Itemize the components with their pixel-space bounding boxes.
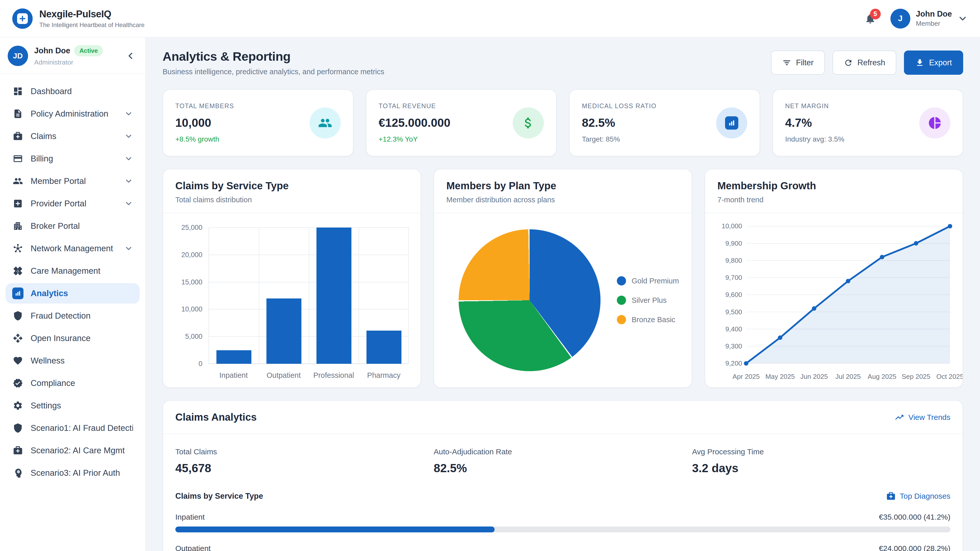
legend-label: Silver Plus	[632, 296, 667, 305]
svg-text:Jul 2025: Jul 2025	[835, 373, 861, 380]
legend-item: Bronze Basic	[617, 315, 679, 324]
sidebar-user-role: Administrator	[34, 59, 117, 66]
refresh-icon	[844, 58, 853, 67]
kpi-note: +12.3% YoY	[379, 135, 450, 143]
brand: Nexgile-PulseIQ The Intelligent Heartbea…	[12, 8, 145, 29]
sidebar-nav: DashboardPolicy AdministrationClaimsBill…	[0, 74, 145, 492]
bar-pharmacy	[366, 330, 401, 364]
svg-text:9,200: 9,200	[725, 359, 742, 367]
kpi-card-medical-loss-ratio: MEDICAL LOSS RATIO82.5%Target: 85%	[569, 89, 760, 156]
gear-icon	[12, 400, 24, 411]
dashboard-icon	[12, 86, 24, 97]
psychology-icon	[12, 468, 24, 478]
kpi-card-total-revenue: TOTAL REVENUE€125.000.000+12.3% YoY	[366, 89, 557, 156]
kpi-value: 10,000	[175, 116, 234, 130]
sidebar-item-label: Dashboard	[30, 86, 133, 96]
pie-chart: Gold PremiumSilver PlusBronze Basic	[434, 213, 692, 387]
credit-card-icon	[12, 154, 24, 164]
sidebar-item-claims[interactable]: Claims	[6, 126, 140, 146]
svg-text:9,400: 9,400	[725, 325, 742, 333]
status-badge: Active	[74, 45, 103, 56]
trending-up-icon	[894, 413, 904, 422]
sidebar-item-member-portal[interactable]: Member Portal	[6, 171, 140, 191]
claims-bar-inpatient: Inpatient€35.000.000 (41.2%)	[175, 513, 950, 532]
sidebar-item-settings[interactable]: Settings	[6, 395, 140, 416]
verified-icon	[12, 378, 24, 388]
main-content: Analytics & Reporting Business intellige…	[146, 38, 980, 551]
y-tick-label: 5,000	[185, 333, 202, 341]
svg-text:Apr 2025: Apr 2025	[732, 373, 760, 380]
svg-text:Sep 2025: Sep 2025	[902, 373, 931, 380]
progress-value: €35.000.000 (41.2%)	[879, 513, 950, 521]
sidebar-item-label: Billing	[30, 154, 117, 164]
kpi-label: TOTAL MEMBERS	[175, 102, 234, 110]
svg-text:Oct 2025: Oct 2025	[936, 373, 963, 380]
kpi-label: TOTAL REVENUE	[379, 102, 450, 110]
stat-value: 45,678	[175, 461, 434, 475]
briefcase-medical-icon	[12, 131, 24, 141]
bar-professional	[317, 227, 352, 364]
progress-label: Outpatient	[175, 544, 210, 551]
plus-square-icon	[12, 198, 24, 209]
kpi-card-net-margin: NET MARGIN4.7%Industry avg: 3.5%	[773, 89, 963, 156]
sidebar-collapse-button[interactable]	[123, 49, 138, 63]
sidebar-item-label: Claims	[30, 131, 117, 141]
chart-tile-icon	[716, 107, 747, 138]
legend-swatch	[617, 315, 626, 324]
sidebar-item-dashboard[interactable]: Dashboard	[6, 81, 140, 102]
pie-legend: Gold PremiumSilver PlusBronze Basic	[617, 276, 679, 324]
bar-chart-card: Claims by Service Type Total claims dist…	[162, 169, 421, 388]
x-tick-label: Pharmacy	[359, 371, 409, 380]
y-tick-label: 0	[199, 360, 202, 368]
sidebar-item-billing[interactable]: Billing	[6, 148, 140, 169]
export-button[interactable]: Export	[904, 51, 963, 75]
x-tick-label: Professional	[309, 371, 359, 380]
bar-inpatient	[216, 350, 251, 364]
page-subtitle: Business intelligence, predictive analyt…	[162, 68, 384, 76]
progress-label: Inpatient	[175, 513, 205, 521]
view-trends-link[interactable]: View Trends	[894, 413, 950, 422]
y-tick-label: 25,000	[181, 224, 202, 232]
kpi-note: Target: 85%	[582, 135, 656, 143]
sidebar-item-analytics[interactable]: Analytics	[6, 283, 140, 303]
sidebar-item-compliance[interactable]: Compliance	[6, 373, 140, 393]
sidebar-item-scenario3-ai-prior-auth[interactable]: Scenario3: AI Prior Auth	[6, 463, 140, 483]
sidebar-item-care-management[interactable]: Care Management	[6, 261, 140, 281]
download-icon	[915, 58, 924, 67]
sidebar-item-label: Wellness	[30, 356, 133, 365]
line-chart-card: Membership Growth 7-month trend 9,2009,3…	[705, 169, 963, 388]
chart-title: Claims by Service Type	[175, 180, 408, 192]
sidebar-item-broker-portal[interactable]: Broker Portal	[6, 216, 140, 236]
claims-analytics-title: Claims Analytics	[175, 411, 257, 423]
chevron-down-icon	[124, 177, 133, 186]
chevron-down-icon	[124, 110, 133, 118]
sidebar-item-network-management[interactable]: Network Management	[6, 238, 140, 259]
heart-icon	[12, 356, 24, 366]
user-menu[interactable]: J John Doe Member	[891, 9, 968, 29]
sidebar-item-scenario1-ai-fraud-detection[interactable]: Scenario1: AI Fraud Detection	[6, 418, 140, 438]
progress-fill	[175, 527, 495, 532]
top-diagnoses-link[interactable]: Top Diagnoses	[886, 491, 950, 501]
kpi-value: 4.7%	[785, 116, 845, 130]
app-title: Nexgile-PulseIQ	[39, 9, 145, 20]
sidebar-item-label: Scenario2: AI Care Mgmt	[30, 446, 133, 455]
y-tick-label: 20,000	[181, 251, 202, 259]
sidebar-item-label: Settings	[30, 401, 133, 410]
chart-title: Membership Growth	[718, 180, 950, 192]
sidebar-user-name: John Doe	[34, 46, 70, 56]
stat-label: Auto-Adjudication Rate	[434, 448, 692, 456]
sidebar-item-scenario2-ai-care-mgmt[interactable]: Scenario2: AI Care Mgmt	[6, 440, 140, 461]
sidebar-item-label: Network Management	[30, 244, 117, 253]
sidebar-item-provider-portal[interactable]: Provider Portal	[6, 193, 140, 214]
filter-button[interactable]: Filter	[771, 51, 825, 75]
notifications-button[interactable]: 5	[864, 13, 876, 24]
sidebar-item-wellness[interactable]: Wellness	[6, 351, 140, 371]
sidebar-item-fraud-detection[interactable]: Fraud Detection	[6, 306, 140, 326]
stat-value: 3.2 days	[692, 461, 950, 475]
sidebar-item-open-insurance[interactable]: Open Insurance	[6, 328, 140, 348]
healing-icon	[12, 266, 24, 276]
analytics-tile-icon	[12, 287, 24, 299]
y-tick-label: 15,000	[181, 278, 202, 286]
refresh-button[interactable]: Refresh	[832, 51, 897, 75]
sidebar-item-policy-administration[interactable]: Policy Administration	[6, 103, 140, 124]
